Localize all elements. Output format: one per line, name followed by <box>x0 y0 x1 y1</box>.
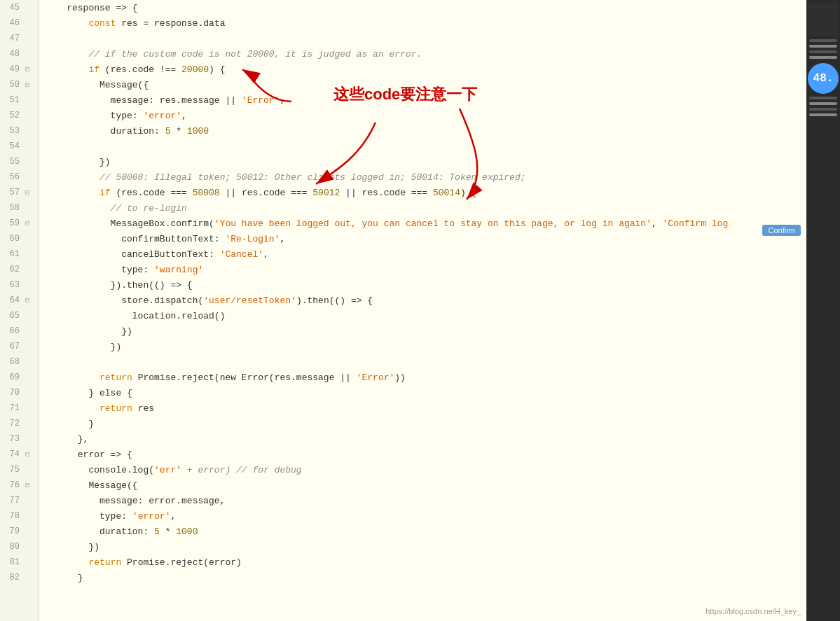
code-token-num: 20000 <box>181 64 209 75</box>
code-token-plain: , <box>280 234 285 244</box>
line-number: 66 <box>3 326 22 336</box>
code-line: }) <box>45 154 806 169</box>
line-number-row: 71 <box>0 400 39 416</box>
fold-icon[interactable]: ⊟ <box>22 449 32 459</box>
code-token-str: 'Error' <box>242 95 280 106</box>
line-number: 71 <box>3 403 22 413</box>
fold-icon <box>22 126 32 136</box>
code-token-plain: type: <box>45 111 143 121</box>
fold-icon <box>22 280 32 290</box>
line-number-row: 56 <box>0 169 39 185</box>
code-token-plain: type: <box>45 511 132 522</box>
minimap-code <box>808 8 839 36</box>
line-number: 50 <box>3 80 22 90</box>
line-number: 47 <box>3 34 22 43</box>
code-line: }, <box>45 431 806 447</box>
line-number: 51 <box>3 95 22 105</box>
line-number-row: 66 <box>0 323 39 339</box>
fold-icon <box>22 326 32 336</box>
code-line: cancelButtonText: 'Cancel', <box>45 246 806 262</box>
code-token-num: 50012 <box>312 188 340 198</box>
code-token-plain <box>45 64 88 75</box>
fold-icon <box>22 3 32 13</box>
code-token-plain: } <box>45 419 94 429</box>
code-token-plain: error => { <box>45 449 132 460</box>
line-number-row: 78 <box>0 508 39 524</box>
fold-icon <box>22 465 32 475</box>
line-number: 46 <box>3 18 22 28</box>
code-token-plain: cancelButtonText: <box>45 249 220 260</box>
code-line: type: 'warning' <box>45 262 806 277</box>
code-line: return Promise.reject(error) <box>45 554 806 570</box>
code-token-plain: } else { <box>45 388 132 398</box>
code-token-plain: }, <box>45 434 88 445</box>
line-number: 56 <box>3 172 22 182</box>
fold-icon <box>22 388 32 398</box>
minimap-line <box>809 45 837 48</box>
fold-icon <box>22 557 32 567</box>
fold-icon[interactable]: ⊟ <box>22 218 32 228</box>
line-number-row: 72 <box>0 416 39 431</box>
code-line <box>45 139 806 154</box>
confirm-button[interactable]: Confirm <box>762 225 801 236</box>
code-line: }).then(() => { <box>45 277 806 293</box>
line-number: 78 <box>3 511 22 521</box>
code-token-num: 1000 <box>176 526 198 537</box>
line-number: 70 <box>3 388 22 398</box>
line-number: 53 <box>3 126 22 136</box>
code-token-plain: }) <box>45 542 99 552</box>
line-number-row: 68 <box>0 354 39 370</box>
code-line: }) <box>45 339 806 354</box>
line-number: 75 <box>3 465 22 475</box>
code-token-plain: duration: <box>45 126 165 137</box>
code-token-plain: Message({ <box>45 480 138 491</box>
code-token-num: 5 <box>165 126 171 137</box>
code-token-plain: type: <box>45 265 154 275</box>
line-number-row: 74⊟ <box>0 447 39 462</box>
line-number: 63 <box>3 280 22 290</box>
line-number-row: 73 <box>0 431 39 447</box>
code-line: return res <box>45 400 806 416</box>
fold-icon <box>22 542 32 552</box>
line-number: 67 <box>3 342 22 351</box>
fold-icon <box>22 18 32 28</box>
code-token-str: 'error' <box>143 111 181 121</box>
code-token-plain: ).then(() => { <box>296 295 373 306</box>
line-number-row: 46 <box>0 15 39 31</box>
fold-icon <box>22 573 32 582</box>
line-number-row: 75 <box>0 462 39 477</box>
line-number: 60 <box>3 234 22 244</box>
fold-icon <box>22 249 32 259</box>
fold-icon[interactable]: ⊟ <box>22 80 32 90</box>
fold-icon[interactable]: ⊟ <box>22 295 32 305</box>
fold-icon[interactable]: ⊟ <box>22 480 32 490</box>
minimap-line <box>809 56 837 59</box>
fold-icon[interactable]: ⊟ <box>22 188 32 197</box>
fold-icon[interactable]: ⊟ <box>22 64 32 74</box>
code-token-str: 'Error' <box>357 372 395 383</box>
line-number: 62 <box>3 265 22 274</box>
line-number-row: 54 <box>0 139 39 154</box>
code-token-plain: MessageBox.confirm( <box>45 218 214 229</box>
line-number-row: 53 <box>0 123 39 139</box>
code-token-plain: res = response.data <box>116 18 225 29</box>
fold-icon <box>22 172 32 182</box>
code-line: store.dispatch('user/resetToken').then((… <box>45 293 806 308</box>
line-number: 45 <box>3 3 22 13</box>
code-line: error => { <box>45 447 806 462</box>
fold-icon <box>22 511 32 521</box>
code-token-kw: return <box>99 403 132 414</box>
line-number-row: 82 <box>0 570 39 585</box>
code-line: console.log('err' + error) // for debug <box>45 462 806 477</box>
code-token-kw: return <box>99 372 132 383</box>
badge-circle: 48. <box>808 63 839 94</box>
code-token-plain: || res.code === <box>340 188 433 198</box>
code-token-plain: confirmButtonText: <box>45 234 225 244</box>
fold-icon <box>22 95 32 105</box>
fold-icon <box>22 203 32 213</box>
line-number: 64 <box>3 295 22 305</box>
line-numbers-panel: 4546474849⊟50⊟51525354555657⊟5859⊟606162… <box>0 0 39 621</box>
line-number-row: 60 <box>0 231 39 246</box>
code-token-plain: Promise.reject(new Error(res.message || <box>132 372 357 383</box>
line-number: 76 <box>3 480 22 490</box>
